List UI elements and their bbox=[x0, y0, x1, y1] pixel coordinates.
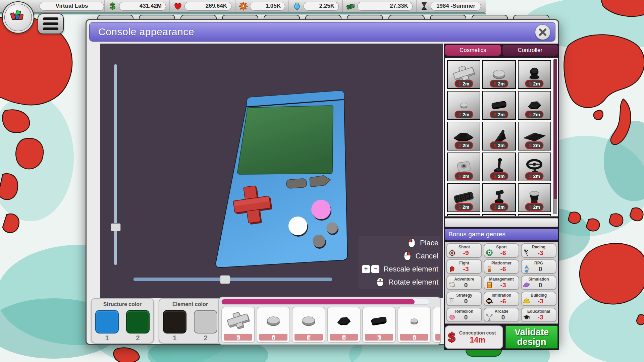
part-item-socket[interactable]: $2m bbox=[447, 153, 480, 181]
genre-label: Simulation bbox=[522, 277, 556, 282]
calculator-icon bbox=[486, 281, 493, 289]
validate-design-button[interactable]: Validate design bbox=[505, 325, 558, 349]
color-panel-title: Structure color bbox=[92, 301, 153, 307]
top-hud-bar: Virtual Labs $431.42M269.64K1.05K2.25K27… bbox=[0, 0, 486, 13]
bonus-genres-header: Bonus game genres bbox=[445, 229, 558, 240]
dollar-icon: $ bbox=[458, 112, 461, 117]
hourglass-icon bbox=[420, 2, 429, 11]
game-logo[interactable] bbox=[2, 1, 34, 34]
legend-row: Rotate element bbox=[376, 277, 438, 288]
genre-label: Sport bbox=[484, 245, 519, 249]
delete-part-button[interactable] bbox=[435, 334, 441, 341]
genre-sport: Sport-6 bbox=[484, 243, 519, 258]
part-item-flight-stick[interactable]: $2m bbox=[482, 183, 516, 212]
menu-button[interactable] bbox=[38, 13, 64, 34]
genre-bonus-value: 0 bbox=[501, 314, 505, 321]
legend-label: Cancel bbox=[416, 252, 438, 260]
trash-icon bbox=[307, 335, 311, 340]
plus-key-icon: + bbox=[362, 265, 370, 273]
vertical-slider-track[interactable] bbox=[114, 64, 117, 265]
part-item-thin-wedge[interactable]: $2m bbox=[518, 214, 551, 217]
part-item-analog-stick[interactable]: $2m bbox=[518, 60, 551, 89]
part-item-ridge[interactable]: $2m bbox=[447, 122, 480, 150]
vertical-scrollbar[interactable] bbox=[553, 59, 557, 214]
capacity-progress-fill bbox=[222, 299, 415, 304]
genre-label: Fight bbox=[447, 261, 481, 265]
part-item-box[interactable]: $2m bbox=[447, 214, 480, 217]
tab-controller[interactable]: Controller bbox=[502, 45, 558, 56]
small-button-part-icon bbox=[398, 307, 430, 333]
dollar-icon: $ bbox=[529, 81, 532, 86]
date-value: 1984 -Summer bbox=[431, 2, 481, 11]
color-swatch[interactable] bbox=[95, 310, 119, 334]
part-item-steering-wheel[interactable]: $2m bbox=[518, 153, 551, 181]
part-item-round-button[interactable]: $2m bbox=[482, 60, 516, 89]
part-item-joystick[interactable]: $2m bbox=[482, 153, 516, 181]
tab-cosmetics[interactable]: Cosmetics bbox=[445, 45, 501, 56]
part-item-dpad[interactable]: $2m bbox=[447, 60, 480, 89]
ninja-icon bbox=[486, 297, 493, 305]
color-swatch[interactable] bbox=[126, 310, 150, 334]
vertical-slider-handle[interactable] bbox=[111, 223, 121, 231]
horizontal-scrollbar[interactable] bbox=[445, 218, 558, 227]
cost-label: Conception cost bbox=[459, 330, 496, 336]
genre-bonus-value: -6 bbox=[500, 298, 506, 305]
genre-bonus-value: -3 bbox=[538, 249, 543, 257]
genre-label: Adventure bbox=[447, 277, 481, 282]
checkered-flag-icon bbox=[523, 249, 530, 256]
part-item-wedge[interactable]: $2m bbox=[482, 122, 516, 150]
color-swatch[interactable] bbox=[194, 310, 217, 334]
close-button[interactable] bbox=[535, 24, 550, 40]
delete-part-button[interactable] bbox=[259, 334, 287, 341]
part-item-keyboard[interactable]: $2m bbox=[447, 183, 480, 212]
genre-label: RPG bbox=[522, 261, 556, 265]
hard-hat-icon bbox=[523, 297, 530, 305]
hud-stat-value: 27.33K bbox=[357, 2, 413, 11]
part-price: $2m bbox=[525, 141, 544, 149]
delete-part-button[interactable] bbox=[400, 334, 428, 341]
delete-part-button[interactable] bbox=[365, 334, 393, 341]
dpad-part-icon bbox=[222, 307, 254, 333]
part-item-slab[interactable]: $2m bbox=[482, 91, 516, 120]
company-name: Virtual Labs bbox=[40, 2, 104, 11]
legend-row: +−Rescale element bbox=[361, 263, 438, 275]
part-item-small-button[interactable]: $2m bbox=[447, 91, 480, 120]
hamburger-icon bbox=[43, 17, 58, 20]
minus-key-icon: − bbox=[371, 265, 379, 273]
genre-label: Racing bbox=[522, 245, 556, 249]
genre-label: Management bbox=[484, 277, 519, 282]
swatch-label: 2 bbox=[194, 334, 217, 342]
dollar-icon: $ bbox=[493, 204, 496, 210]
element-color-panel: Element color12 bbox=[159, 298, 222, 344]
delete-part-button[interactable] bbox=[294, 334, 323, 341]
game-date: 1984 -Summer bbox=[420, 2, 481, 11]
genre-management: Management-3 bbox=[484, 276, 519, 290]
gear-icon bbox=[239, 2, 248, 11]
wizard-icon bbox=[523, 265, 530, 273]
delete-part-button[interactable] bbox=[224, 334, 252, 341]
rook-icon: ♖ bbox=[448, 297, 456, 305]
genre-reflexion: Reflexion0 bbox=[446, 308, 482, 322]
part-item-plate[interactable]: $2m bbox=[518, 122, 551, 150]
conception-cost: $ Conception cost 14m bbox=[445, 325, 503, 349]
scrollbar-thumb[interactable] bbox=[553, 199, 557, 214]
part-item-paddle[interactable]: $2m bbox=[518, 183, 551, 212]
parts-tabs: CosmeticsController bbox=[445, 45, 558, 56]
part-item-pebble[interactable]: $2m bbox=[518, 91, 551, 120]
delete-part-button[interactable] bbox=[330, 334, 358, 341]
scroll-icon bbox=[448, 281, 456, 289]
color-swatch[interactable] bbox=[163, 310, 186, 334]
part-item-tilted-plate[interactable]: $2m bbox=[482, 214, 516, 217]
cost-value: 14m bbox=[470, 336, 485, 345]
swatch-label: 1 bbox=[163, 334, 186, 342]
round-button-part-icon bbox=[257, 307, 289, 333]
dollar-icon: $ bbox=[458, 143, 461, 148]
horizontal-slider-track[interactable] bbox=[133, 278, 332, 281]
svg-text:$: $ bbox=[110, 2, 115, 11]
design-canvas[interactable]: PlaceCancel+−Rescale elementRotate eleme… bbox=[100, 44, 443, 298]
genre-adventure: Adventure0 bbox=[446, 276, 482, 290]
parts-grid-box: $2m$2m$2m$2m$2m$2m$2m$2m$2m$2m$2m$2m$2m$… bbox=[445, 58, 558, 217]
game-screen: Virtual Labs $431.42M269.64K1.05K2.25K27… bbox=[0, 0, 644, 362]
hud-stat-value: 431.42M bbox=[119, 2, 166, 11]
genre-building: Building-3 bbox=[521, 292, 556, 306]
